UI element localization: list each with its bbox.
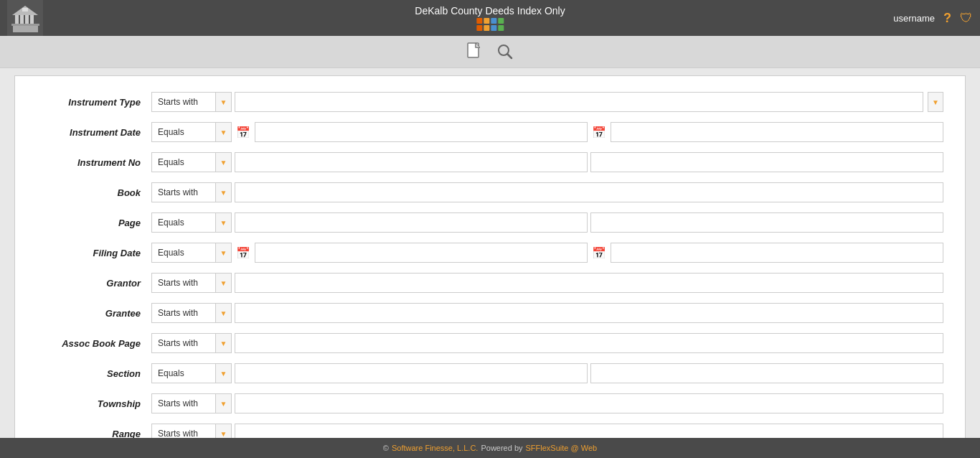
new-document-icon[interactable]: [467, 42, 483, 61]
grantee-operator: Starts with ▼: [151, 303, 232, 323]
instrument-date-operator-value: Equals: [151, 122, 216, 142]
grid-icon[interactable]: [476, 18, 504, 31]
instrument-type-operator-value: Starts with: [151, 92, 216, 112]
section-row: Section Equals ▼: [37, 362, 943, 385]
grantee-controls: Starts with ▼: [151, 303, 943, 323]
grid-dot-1: [476, 18, 482, 24]
grantee-operator-dropdown[interactable]: ▼: [216, 303, 232, 323]
book-operator-dropdown[interactable]: ▼: [216, 182, 232, 202]
instrument-date-label: Instrument Date: [37, 127, 151, 138]
filing-date-start-input[interactable]: [255, 243, 588, 263]
instrument-type-operator-dropdown[interactable]: ▼: [216, 92, 232, 112]
instrument-date-cal-end[interactable]: 📅: [592, 126, 606, 139]
header-center: DeKalb County Deeds Index Only: [415, 5, 565, 31]
book-operator-value: Starts with: [151, 182, 216, 202]
range-operator: Starts with ▼: [151, 424, 232, 438]
section-start-input[interactable]: [235, 363, 588, 383]
filing-date-label: Filing Date: [37, 248, 151, 258]
instrument-no-operator-dropdown[interactable]: ▼: [216, 152, 232, 172]
assoc-book-page-input[interactable]: [235, 333, 943, 353]
grantee-row: Grantee Starts with ▼: [37, 302, 943, 324]
page-operator: Equals ▼: [151, 212, 232, 233]
township-operator-value: Starts with: [151, 393, 216, 413]
township-operator-dropdown[interactable]: ▼: [216, 393, 232, 413]
instrument-type-controls: Starts with ▼ ▼: [151, 92, 943, 112]
page-operator-value: Equals: [151, 212, 216, 233]
app-title: DeKalb County Deeds Index Only: [415, 5, 565, 17]
search-icon[interactable]: [497, 44, 513, 60]
range-input[interactable]: [235, 424, 943, 438]
instrument-date-cal-start[interactable]: 📅: [236, 126, 250, 139]
instrument-no-operator: Equals ▼: [151, 152, 232, 172]
grantor-row: Grantor Starts with ▼: [37, 271, 943, 294]
page-operator-dropdown[interactable]: ▼: [216, 212, 232, 233]
township-label: Township: [37, 398, 151, 409]
grantor-label: Grantor: [37, 278, 151, 289]
range-controls: Starts with ▼: [151, 424, 943, 438]
instrument-date-operator: Equals ▼: [151, 122, 232, 142]
filing-date-operator-value: Equals: [151, 243, 216, 263]
grid-dot-8: [498, 25, 504, 31]
township-controls: Starts with ▼: [151, 393, 943, 413]
help-icon[interactable]: ?: [943, 11, 951, 26]
page-controls: Equals ▼: [151, 212, 943, 233]
range-row: Range Starts with ▼: [37, 422, 943, 438]
shield-icon[interactable]: 🛡: [960, 11, 973, 26]
search-form: Instrument Type Starts with ▼ ▼ Instrume…: [14, 75, 966, 438]
section-controls: Equals ▼: [151, 363, 943, 383]
filing-date-end-input[interactable]: [611, 243, 943, 263]
instrument-date-row: Instrument Date Equals ▼ 📅 📅: [37, 121, 943, 144]
range-operator-dropdown[interactable]: ▼: [216, 424, 232, 438]
section-end-input[interactable]: [590, 363, 943, 383]
instrument-type-input[interactable]: [235, 92, 923, 112]
book-row: Book Starts with ▼: [37, 181, 943, 204]
instrument-no-controls: Equals ▼: [151, 152, 943, 172]
grantee-label: Grantee: [37, 308, 151, 319]
toolbar: [0, 36, 980, 68]
grid-dot-6: [484, 25, 489, 31]
company-link[interactable]: Software Finesse, L.L.C.: [392, 444, 478, 452]
assoc-book-page-label: Assoc Book Page: [37, 338, 151, 349]
svg-rect-7: [22, 8, 28, 11]
copyright-symbol: ©: [383, 444, 389, 452]
instrument-date-end-input[interactable]: [611, 122, 943, 142]
township-row: Township Starts with ▼: [37, 392, 943, 415]
book-label: Book: [37, 187, 151, 198]
filing-date-operator-dropdown[interactable]: ▼: [216, 243, 232, 263]
assoc-book-page-operator: Starts with ▼: [151, 333, 232, 353]
assoc-book-page-operator-dropdown[interactable]: ▼: [216, 333, 232, 353]
book-input[interactable]: [235, 182, 943, 202]
grid-dot-5: [476, 25, 482, 31]
grantee-input[interactable]: [235, 303, 943, 323]
grantor-controls: Starts with ▼: [151, 273, 943, 293]
instrument-no-operator-value: Equals: [151, 152, 216, 172]
powered-by-text: Powered by: [481, 444, 522, 452]
range-label: Range: [37, 429, 151, 439]
instrument-no-end-input[interactable]: [590, 152, 943, 172]
instrument-no-row: Instrument No Equals ▼: [37, 151, 943, 174]
book-controls: Starts with ▼: [151, 182, 943, 202]
header-left: [7, 0, 43, 36]
section-label: Section: [37, 368, 151, 379]
filing-date-operator: Equals ▼: [151, 243, 232, 263]
assoc-book-page-row: Assoc Book Page Starts with ▼: [37, 332, 943, 355]
instrument-date-start-input[interactable]: [255, 122, 588, 142]
filing-date-controls: Equals ▼ 📅 📅: [151, 243, 943, 263]
page-start-input[interactable]: [235, 212, 588, 233]
product-link[interactable]: SFFlexSuite @ Web: [526, 444, 598, 452]
filing-date-cal-end[interactable]: 📅: [592, 246, 606, 260]
township-input[interactable]: [235, 393, 943, 413]
range-operator-value: Starts with: [151, 424, 216, 438]
svg-line-11: [507, 54, 512, 58]
instrument-date-operator-dropdown[interactable]: ▼: [216, 122, 232, 142]
page-label: Page: [37, 218, 151, 228]
grantor-input[interactable]: [235, 273, 943, 293]
filing-date-cal-start[interactable]: 📅: [236, 246, 250, 260]
grantee-operator-value: Starts with: [151, 303, 216, 323]
section-operator-dropdown[interactable]: ▼: [216, 363, 232, 383]
page-end-input[interactable]: [590, 212, 943, 233]
instrument-type-value-dropdown[interactable]: ▼: [928, 92, 943, 112]
instrument-no-label: Instrument No: [37, 157, 151, 168]
instrument-no-start-input[interactable]: [235, 152, 588, 172]
grantor-operator-dropdown[interactable]: ▼: [216, 273, 232, 293]
